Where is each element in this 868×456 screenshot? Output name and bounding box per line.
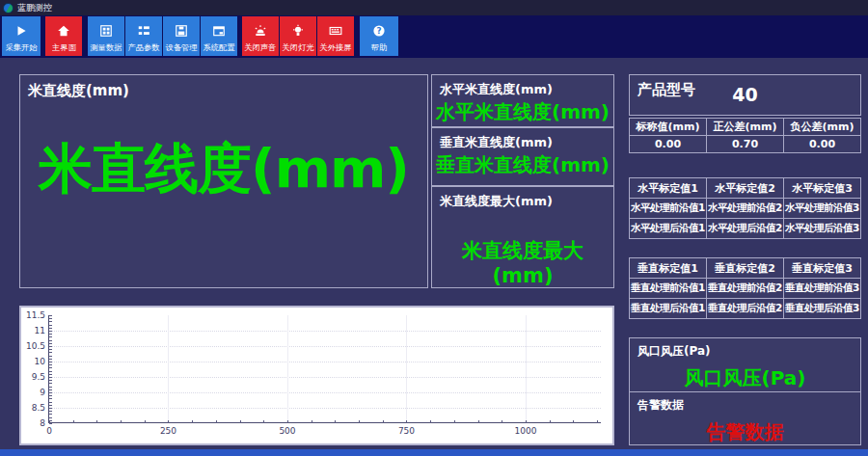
toolbar-button-product-params[interactable]: 产品参数 [125, 16, 162, 56]
chart-y-minor-tick [49, 392, 52, 393]
wind-pressure-section: 风口风压(Pa) 风口风压(Pa) [630, 338, 860, 391]
chart-y-minor-tick [49, 356, 52, 357]
chart-x-tick-label: 0 [30, 426, 68, 436]
toolbar-button-measure-data[interactable]: 测量数据 [88, 16, 124, 56]
chart-y-minor-tick [49, 405, 52, 406]
chart-y-minor-tick [49, 417, 52, 418]
home-icon [57, 22, 70, 40]
chart-y-minor-tick [49, 423, 52, 424]
chart-hgridline [49, 362, 601, 362]
chart-x-minor-tick [550, 420, 551, 423]
toolbar-button-sound-off[interactable]: 关闭声音 [242, 16, 279, 56]
chart-vgridline [526, 315, 527, 422]
toolbar-button-label: 关闭灯光 [282, 42, 313, 54]
chart-vgridline [287, 315, 288, 422]
light-bulb-icon [291, 22, 305, 40]
toolbar-button-device-management[interactable]: 设备管理 [163, 16, 200, 56]
chart-y-minor-tick [49, 352, 52, 353]
chart-x-minor-tick [312, 420, 312, 423]
chart-x-minor-tick [383, 420, 384, 423]
toolbar: 采集开始主界面测量数据产品参数设备管理系统配置关闭声音关闭灯光关外接屏?帮助 [0, 15, 868, 58]
chart-vgridline [168, 315, 169, 422]
wind-pressure-value: 风口风压(Pa) [630, 365, 860, 391]
chart-hgridline [49, 331, 601, 332]
chart-hgridline [49, 377, 601, 378]
chart-y-minor-tick [49, 349, 52, 350]
chart-y-minor-tick [49, 336, 52, 337]
window-titlebar: 蓝鹏测控 [0, 0, 868, 15]
bottom-status-strip [0, 449, 868, 456]
play-icon [14, 22, 28, 40]
chart-y-minor-tick [49, 398, 52, 399]
calibration-cell: 垂直处理后沿值1 [630, 299, 707, 319]
chart-y-tick-label: 11.5 [20, 310, 45, 320]
vertical-straightness-panel: 垂直米直线度(mm) 垂直米直线度(mm) [431, 127, 614, 186]
chart-y-minor-tick [49, 346, 52, 347]
calibration-cell: 水平处理前沿值1 [630, 199, 707, 219]
toolbar-button-system-config[interactable]: 系统配置 [201, 16, 237, 56]
tolerance-header: 正公差(mm) [707, 119, 784, 136]
chart-x-minor-tick [73, 420, 74, 423]
chart-x-minor-tick [263, 420, 264, 423]
chart-y-minor-tick [49, 315, 52, 316]
max-straightness-value: 米直线度最大(mm) [432, 237, 613, 287]
toolbar-button-main-screen[interactable]: 主界面 [45, 16, 82, 56]
toolbar-button-start-capture[interactable]: 采集开始 [2, 16, 41, 56]
chart-x-minor-tick [430, 420, 431, 423]
chart-y-minor-tick [49, 328, 52, 329]
toolbar-button-light-off[interactable]: 关闭灯光 [280, 16, 316, 56]
chart-x-minor-tick [216, 420, 217, 423]
chart-y-minor-tick [49, 343, 52, 344]
chart-y-minor-tick [49, 364, 52, 365]
chart-y-tick-label: 11 [20, 326, 45, 335]
chart-y-minor-tick [49, 374, 52, 375]
vertical-straightness-value: 垂直米直线度(mm) [432, 152, 613, 178]
chart-x-minor-tick [96, 420, 97, 423]
window-title: 蓝鹏测控 [17, 2, 52, 14]
horizontal-straightness-title: 水平米直线度(mm) [432, 75, 613, 98]
horizontal-calibration-table: 水平标定值1水平标定值2水平标定值3水平处理前沿值1水平处理前沿值2水平处理前沿… [629, 177, 861, 239]
chart-x-minor-tick [192, 420, 193, 423]
chart-x-minor-tick [359, 420, 360, 423]
straightness-value: 米直线度(mm) [20, 133, 427, 206]
calibration-cell: 水平标定值1 [630, 178, 707, 199]
toolbar-button-help[interactable]: ?帮助 [360, 16, 398, 56]
max-straightness-title: 米直线度最大(mm) [432, 187, 613, 210]
calibration-cell: 水平处理后沿值3 [784, 219, 861, 239]
straightness-panel: 米直线度(mm) 米直线度(mm) [19, 74, 428, 288]
toolbar-button-label: 系统配置 [203, 42, 234, 54]
chart-x-minor-tick [454, 420, 455, 423]
calibration-cell: 垂直标定值1 [630, 258, 707, 279]
chart-hgridline [49, 392, 601, 393]
toolbar-button-external-screen-off[interactable]: 关外接屏 [317, 16, 354, 56]
alarm-data-value: 告警数据 [630, 419, 860, 445]
chart-x-minor-tick [287, 420, 288, 423]
chart-y-tick-label: 9.5 [20, 372, 45, 382]
chart-y-tick-label: 8.5 [20, 403, 45, 413]
param-list-icon [137, 22, 150, 40]
chart-y-tick-label: 10.5 [20, 341, 45, 351]
toolbar-button-label: 设备管理 [165, 42, 197, 54]
toolbar-button-label: 关闭声音 [244, 42, 276, 54]
chart-x-tick-label: 250 [149, 426, 187, 436]
calibration-cell: 水平标定值2 [707, 178, 784, 199]
calibration-cell: 水平处理前沿值3 [784, 199, 861, 219]
calibration-cell: 垂直处理前沿值2 [707, 279, 784, 299]
alarm-data-section: 告警数据 告警数据 [630, 391, 860, 444]
calibration-cell: 水平处理后沿值1 [630, 219, 707, 239]
config-icon [212, 22, 226, 40]
chart-y-minor-tick [49, 334, 52, 335]
chart-y-minor-tick [49, 359, 52, 360]
toolbar-button-label: 采集开始 [5, 42, 37, 54]
toolbar-button-label: 主界面 [52, 42, 76, 54]
tolerance-value: 0.70 [707, 136, 784, 153]
help-icon: ? [372, 22, 386, 40]
chart-x-minor-tick [478, 420, 479, 423]
toolbar-button-label: 关外接屏 [319, 42, 351, 54]
chart-y-minor-tick [49, 395, 52, 396]
chart-y-minor-tick [49, 367, 52, 368]
product-model-panel: 产品型号 40 [629, 74, 861, 116]
calibration-cell: 垂直处理前沿值1 [630, 279, 707, 299]
tolerance-header: 负公差(mm) [784, 119, 861, 136]
chart-y-tick-label: 9 [20, 388, 45, 397]
